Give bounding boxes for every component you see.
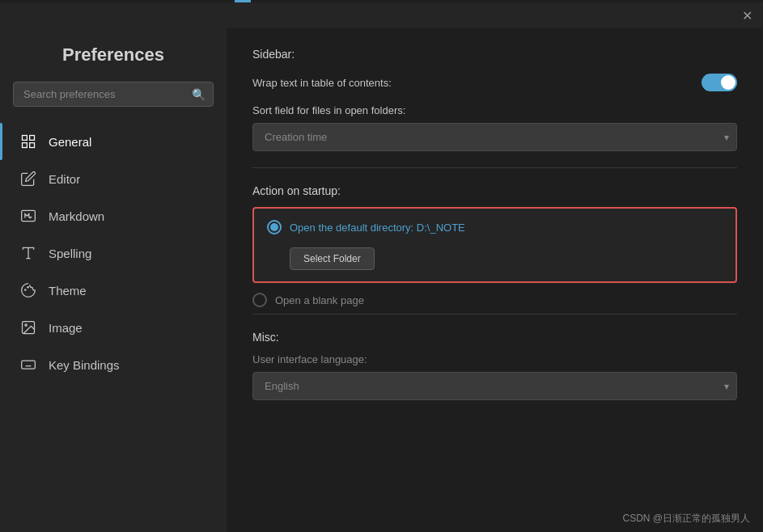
sort-field-select-wrapper: Creation time ▾	[252, 123, 737, 151]
open-blank-radio-circle	[252, 293, 267, 307]
sidebar-item-theme[interactable]: Theme	[0, 272, 227, 309]
divider-2	[252, 314, 737, 315]
nav-label-keybindings: Key Bindings	[49, 358, 120, 372]
svg-rect-2	[23, 143, 28, 148]
sidebar-item-editor[interactable]: Editor	[0, 160, 227, 197]
wrap-text-label: Wrap text in table of contents:	[252, 77, 392, 89]
ui-language-select[interactable]: English	[252, 372, 737, 400]
search-input[interactable]	[13, 82, 214, 107]
svg-rect-1	[30, 136, 35, 141]
ui-language-label: User interface language:	[252, 353, 737, 365]
open-default-radio-option[interactable]: Open the default directory: D:\_NOTE	[267, 220, 723, 234]
search-icon: 🔍	[192, 88, 206, 101]
misc-label: Misc:	[252, 331, 737, 344]
edit-icon	[19, 170, 37, 188]
sidebar-item-markdown[interactable]: Markdown	[0, 197, 227, 234]
nav-label-general: General	[49, 135, 91, 149]
action-on-startup-section: Action on startup: Open the default dire…	[252, 184, 737, 307]
nav-label-spelling: Spelling	[49, 247, 91, 260]
spelling-icon	[19, 244, 37, 262]
select-folder-button[interactable]: Select Folder	[290, 247, 375, 270]
sidebar-section-label: Sidebar:	[252, 48, 737, 61]
title-bar: ✕	[0, 2, 763, 28]
markdown-icon	[19, 207, 37, 225]
ui-language-select-wrapper: English ▾	[252, 372, 737, 400]
open-default-radio-label: Open the default directory: D:\_NOTE	[290, 222, 465, 234]
sidebar-item-keybindings[interactable]: Key Bindings	[0, 346, 227, 383]
sidebar: Preferences 🔍 General Edit	[0, 28, 227, 532]
watermark: CSDN @日渐正常的孤独男人	[622, 512, 750, 526]
open-default-radio-circle	[267, 220, 282, 234]
close-button[interactable]: ✕	[740, 9, 753, 22]
svg-rect-9	[22, 361, 36, 369]
svg-rect-3	[30, 143, 35, 148]
sort-field-wrapper: Creation time ▾	[252, 123, 737, 151]
image-icon	[19, 319, 37, 336]
main-content: Preferences 🔍 General Edit	[0, 28, 763, 532]
search-box: 🔍	[13, 82, 214, 107]
sort-field-label: Sort field for files in open folders:	[252, 104, 737, 116]
svg-point-8	[25, 324, 27, 327]
nav-label-markdown: Markdown	[49, 209, 104, 223]
nav-label-image: Image	[49, 321, 83, 335]
highlighted-option-box: Open the default directory: D:\_NOTE Sel…	[252, 207, 737, 283]
sort-field-select[interactable]: Creation time	[252, 123, 737, 151]
preferences-window: ✕ Preferences 🔍 General	[0, 0, 763, 532]
action-on-startup-label: Action on startup:	[252, 184, 737, 197]
grid-icon	[19, 133, 37, 150]
misc-section: Misc: User interface language: English ▾	[252, 331, 737, 400]
svg-point-6	[27, 286, 29, 289]
sidebar-item-spelling[interactable]: Spelling	[0, 234, 227, 272]
main-panel: Sidebar: Wrap text in table of contents:…	[227, 28, 763, 532]
divider	[252, 167, 737, 168]
nav-label-theme: Theme	[49, 284, 87, 298]
nav-items: General Editor Markdown	[0, 123, 227, 383]
sidebar-title: Preferences	[0, 44, 227, 82]
keyboard-icon	[19, 356, 37, 374]
svg-rect-0	[23, 136, 28, 141]
wrap-text-row: Wrap text in table of contents:	[252, 74, 737, 91]
ui-language-wrapper: English ▾	[252, 372, 737, 400]
nav-label-editor: Editor	[49, 172, 80, 186]
open-blank-radio-option[interactable]: Open a blank page	[252, 293, 737, 307]
theme-icon	[19, 281, 37, 299]
sidebar-item-image[interactable]: Image	[0, 309, 227, 346]
sidebar-item-general[interactable]: General	[0, 123, 227, 160]
svg-rect-4	[22, 210, 36, 221]
svg-point-5	[24, 289, 27, 291]
open-blank-radio-label: Open a blank page	[275, 294, 364, 306]
wrap-text-toggle[interactable]	[702, 74, 737, 91]
